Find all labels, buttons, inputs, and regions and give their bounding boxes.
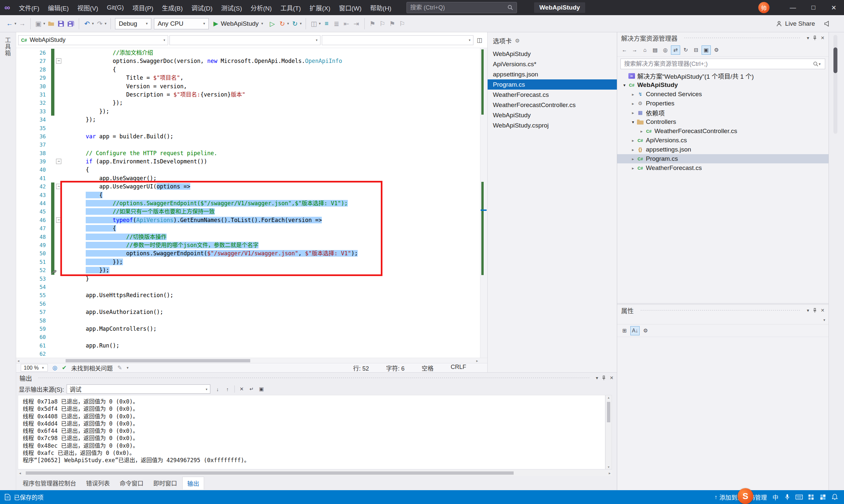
code-line[interactable]: 47 { <box>16 224 487 233</box>
eol-indicator[interactable]: CRLF <box>451 364 466 372</box>
code-line[interactable]: 45 //如果只有一个版本也要和上方保持一致 <box>16 208 487 216</box>
code-line[interactable]: 27− options.SwaggerDoc(version, new Micr… <box>16 57 487 65</box>
collapsed-arrow-icon[interactable]: ▸ <box>629 92 637 97</box>
user-avatar[interactable]: 帅 <box>758 2 770 13</box>
quick-search-input[interactable] <box>410 4 507 11</box>
find-in-files-button[interactable]: ◫ <box>309 18 319 30</box>
uncomment-button[interactable]: ≣ <box>332 18 342 30</box>
code-line[interactable]: 26 //添加文档介绍 <box>16 49 487 57</box>
document-tab[interactable]: WebApiStudy <box>488 110 617 120</box>
menu-item[interactable]: 分析(N) <box>246 0 276 15</box>
close-button[interactable]: ✕ <box>824 0 844 15</box>
document-tab[interactable]: WeatherForecast.cs <box>488 90 617 100</box>
menu-item[interactable]: 文件(F) <box>15 0 44 15</box>
collapsed-arrow-icon[interactable]: ▸ <box>629 147 637 152</box>
pin-icon[interactable] <box>601 376 606 380</box>
editor-horizontal-scrollbar[interactable]: ◂ ▸ <box>16 358 487 363</box>
switch-views-icon[interactable]: ▤ <box>651 46 660 55</box>
tree-item[interactable]: ▸{}appsettings.json <box>617 145 828 154</box>
output-source-dropdown[interactable]: 调试 ▾ <box>67 384 210 394</box>
prev-message-icon[interactable]: ↑ <box>223 385 232 393</box>
next-bookmark-button[interactable]: ⚑ <box>387 18 397 30</box>
code-line[interactable]: 52 }); <box>16 266 487 274</box>
split-window-icon[interactable]: ◫ <box>477 37 482 44</box>
fold-collapse-icon[interactable]: − <box>56 184 61 189</box>
code-line[interactable]: 60 <box>16 333 487 341</box>
navigate-forward-button[interactable]: → <box>17 18 28 30</box>
document-tab[interactable]: WebApiStudy <box>488 49 617 59</box>
refresh-icon[interactable]: ↻ <box>681 46 690 55</box>
undo-button[interactable]: ↶ <box>82 18 92 30</box>
start-debugging-button[interactable]: ▶ WebApiStudy ▾ <box>210 18 268 30</box>
health-indicator-icon[interactable]: ◎ <box>52 364 57 371</box>
output-header[interactable]: 输出 ▾ ✕ <box>16 373 617 383</box>
code-line[interactable]: 31 Description = $"项目名:{version}版本" <box>16 91 487 99</box>
pending-changes-filter-icon[interactable]: ◎ <box>661 46 670 55</box>
word-wrap-icon[interactable]: ↵ <box>247 385 256 393</box>
solution-search-box[interactable]: ▾ <box>620 59 825 69</box>
restart-button[interactable]: ↻ <box>290 18 300 30</box>
keyboard-icon[interactable] <box>793 490 805 504</box>
menu-item[interactable]: 扩展(X) <box>305 0 334 15</box>
code-line[interactable]: 62 <box>16 350 487 358</box>
comment-button[interactable]: ≡ <box>322 18 332 30</box>
scrollbar-thumb[interactable] <box>607 402 610 422</box>
redo-dropdown-icon[interactable]: ▾ <box>105 21 107 26</box>
code-cleanup-icon[interactable]: ✎ <box>117 364 122 371</box>
menu-item[interactable]: 测试(S) <box>217 0 246 15</box>
tree-item[interactable]: ▸C#ApiVersions.cs <box>617 136 828 145</box>
code-line[interactable]: 51 }); <box>16 258 487 266</box>
code-line[interactable]: 29 Title = $"项目名", <box>16 74 487 82</box>
tree-item[interactable]: ▸C#Program.cs <box>617 154 828 163</box>
clear-bookmarks-button[interactable]: ⚐ <box>397 18 407 30</box>
output-text-area[interactable]: 线程 0x71a8 已退出，返回值为 0 (0x0)。线程 0x5df4 已退出… <box>18 395 605 469</box>
pin-icon[interactable] <box>812 36 817 40</box>
editor-vertical-scrollbar[interactable] <box>480 48 487 358</box>
document-tab[interactable]: ApiVersions.cs* <box>488 59 617 69</box>
code-line[interactable]: 36 var app = builder.Build(); <box>16 132 487 141</box>
previous-bookmark-button[interactable]: ⚐ <box>378 18 387 30</box>
collapsed-arrow-icon[interactable]: ▸ <box>629 166 637 170</box>
menu-item[interactable]: 项目(P) <box>128 0 158 15</box>
code-line[interactable]: 30 Version = version, <box>16 82 487 91</box>
project-dropdown[interactable]: C# WebApiStudy ▾ <box>18 35 168 45</box>
tool-window-tab[interactable]: 即时窗口 <box>149 476 182 489</box>
chevron-down-icon[interactable]: ▾ <box>819 62 821 66</box>
code-line[interactable]: 33 }); <box>16 107 487 115</box>
solution-search-input[interactable] <box>624 60 813 68</box>
back-dropdown-icon[interactable]: ▾ <box>15 21 16 26</box>
scrollbar-thumb[interactable] <box>26 471 514 475</box>
collapsed-arrow-icon[interactable]: ▸ <box>629 101 637 106</box>
menu-item[interactable]: 视图(V) <box>73 0 103 15</box>
menu-item[interactable]: 帮助(H) <box>366 0 396 15</box>
redo-button[interactable]: ↷ <box>95 18 105 30</box>
type-dropdown[interactable]: ▾ <box>170 35 321 45</box>
code-line[interactable]: 32 }); <box>16 99 487 107</box>
new-window-button[interactable]: ▣ <box>34 18 44 30</box>
increase-indent-button[interactable]: ⇥ <box>351 18 361 30</box>
zoom-dropdown[interactable]: 100 % ▾ <box>21 364 48 372</box>
show-all-files-icon[interactable]: ▣ <box>702 46 711 55</box>
menu-item[interactable]: 窗口(W) <box>334 0 366 15</box>
scrollbar-thumb[interactable] <box>66 359 250 362</box>
scroll-right-icon[interactable]: ▸ <box>608 470 610 476</box>
close-icon[interactable]: ✕ <box>821 308 825 313</box>
decrease-indent-button[interactable]: ⇤ <box>342 18 351 30</box>
collapsed-arrow-icon[interactable]: ▸ <box>638 129 645 134</box>
live-share-button[interactable]: Live Share <box>776 20 839 28</box>
tree-item[interactable]: ▸C#WeatherForecastController.cs <box>617 126 828 136</box>
tool-window-tab[interactable]: 错误列表 <box>82 476 115 489</box>
space-indicator[interactable]: 空格 <box>422 364 433 372</box>
collapsed-arrow-icon[interactable]: ▸ <box>629 110 637 115</box>
tree-item[interactable]: ▸C#WeatherForecast.cs <box>617 163 828 173</box>
code-line[interactable]: 34 }); <box>16 115 487 124</box>
undo-dropdown-icon[interactable]: ▾ <box>92 21 94 26</box>
forward-icon[interactable]: → <box>630 46 639 55</box>
output-vertical-scrollbar[interactable]: ▴ ▾ <box>605 395 612 469</box>
notification-bell-icon[interactable] <box>829 490 841 504</box>
code-line[interactable]: 43 { <box>16 191 487 199</box>
code-line[interactable]: 41 app.UseSwagger(); <box>16 174 487 182</box>
menu-item[interactable]: 生成(B) <box>158 0 187 15</box>
document-tab[interactable]: appsettings.json <box>488 69 617 79</box>
menu-item[interactable]: 编辑(E) <box>44 0 73 15</box>
